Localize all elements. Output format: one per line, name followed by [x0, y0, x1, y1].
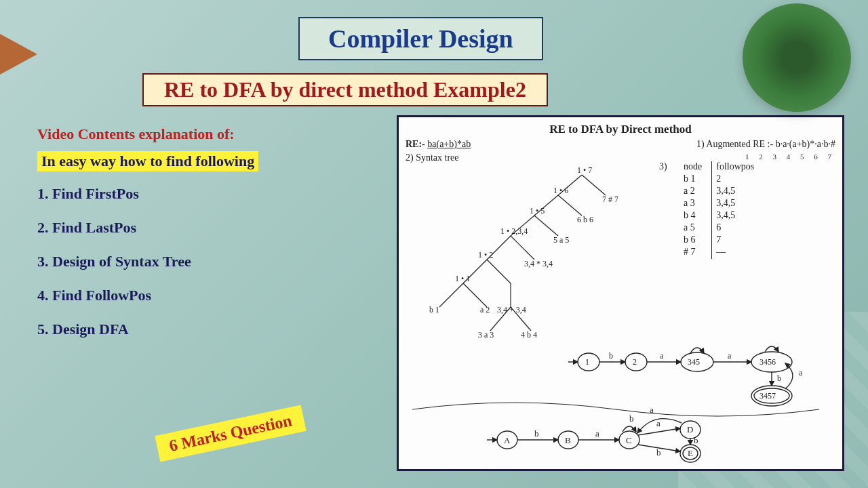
list-item: 3. Design of Syntax Tree — [37, 253, 383, 270]
svg-text:1 • 5: 1 • 5 — [530, 206, 545, 216]
aug-value: b·a·(a+b)*·a·b·# — [776, 139, 835, 149]
step3-label: 3) — [659, 161, 667, 172]
diagram-heading: RE to DFA by Direct method — [406, 123, 835, 136]
svg-text:a 2: a 2 — [480, 305, 490, 314]
svg-text:b: b — [697, 342, 701, 344]
svg-text:7 # 7: 7 # 7 — [602, 195, 618, 204]
title-box: Compiler Design — [298, 17, 543, 60]
content-area: Video Contents explanation of: In easy w… — [37, 125, 383, 354]
step2-label: 2) Syntax tree — [406, 152, 459, 163]
marks-badge: 6 Marks Question — [155, 405, 306, 462]
svg-text:a: a — [772, 342, 776, 344]
svg-text:B: B — [565, 435, 571, 445]
aug-label: 1) Augmented RE :- — [696, 139, 773, 149]
svg-text:b: b — [694, 435, 698, 445]
svg-text:1 • 6: 1 • 6 — [553, 186, 568, 195]
content-heading: Video Contents explanation of: — [37, 125, 383, 143]
svg-text:E: E — [688, 448, 693, 458]
svg-text:C: C — [626, 435, 632, 445]
svg-line-1 — [582, 175, 606, 195]
svg-text:4 b 4: 4 b 4 — [521, 330, 537, 340]
svg-text:1 • 7: 1 • 7 — [577, 165, 592, 175]
svg-text:a: a — [650, 405, 654, 415]
svg-text:1 • 2,3,4: 1 • 2,3,4 — [500, 226, 528, 236]
svg-text:b: b — [609, 351, 613, 361]
svg-line-5 — [534, 216, 558, 236]
svg-line-7 — [511, 236, 534, 260]
svg-text:2: 2 — [633, 357, 637, 367]
svg-line-10 — [439, 283, 463, 307]
svg-text:b: b — [629, 413, 634, 424]
plant-decor — [743, 3, 851, 112]
content-highlight: In easy way how to find following — [37, 151, 258, 171]
re-value: ba(a+b)*ab — [427, 139, 471, 149]
svg-text:a: a — [728, 351, 732, 361]
re-label: RE:- — [406, 139, 425, 149]
svg-text:345: 345 — [688, 357, 700, 367]
svg-text:a: a — [595, 428, 599, 439]
svg-text:1 • 1: 1 • 1 — [455, 274, 470, 283]
re-row: RE:- ba(a+b)*ab 1) Augmented RE :- b·a·(… — [406, 139, 835, 150]
svg-text:b: b — [534, 428, 539, 439]
svg-line-9 — [487, 260, 511, 283]
subtitle-box: RE to DFA by direct method Example2 — [142, 73, 548, 106]
svg-text:b 1: b 1 — [429, 305, 439, 314]
svg-text:3 a 3: 3 a 3 — [478, 330, 494, 340]
arrow-decor — [0, 34, 37, 75]
svg-text:A: A — [504, 435, 511, 445]
svg-text:3,4 + 3,4: 3,4 + 3,4 — [497, 305, 526, 314]
list-item: 2. Find LastPos — [37, 219, 383, 237]
th-followpos: followpos — [712, 161, 764, 174]
svg-text:a: a — [799, 368, 803, 378]
svg-text:b: b — [777, 373, 781, 383]
svg-text:D: D — [687, 424, 693, 434]
svg-text:1 • 2: 1 • 2 — [478, 250, 493, 260]
svg-text:6 b 6: 6 b 6 — [577, 215, 593, 224]
list-item: 4. Find FollowPos — [37, 287, 383, 304]
svg-text:1: 1 — [585, 357, 589, 367]
list-item: 5. Design DFA — [37, 321, 383, 338]
svg-text:b: b — [656, 447, 661, 458]
th-node: node — [679, 161, 712, 174]
svg-text:3456: 3456 — [760, 357, 776, 367]
svg-line-11 — [463, 283, 487, 307]
dfa-area: 1 2 345 3456 3457 ba ab ab a — [406, 342, 826, 464]
svg-text:3,4 * 3,4: 3,4 * 3,4 — [524, 259, 553, 268]
svg-text:a: a — [656, 418, 660, 428]
svg-text:3457: 3457 — [760, 391, 776, 401]
diagram-panel: RE to DFA by Direct method RE:- ba(a+b)*… — [397, 115, 844, 471]
svg-line-62 — [638, 428, 680, 435]
svg-line-3 — [558, 195, 582, 216]
followpos-table: 3) nodefollowpos b 12 a 23,4,5 a 33,4,5 … — [679, 161, 835, 259]
list-item: 1. Find FirstPos — [37, 185, 383, 203]
svg-text:a: a — [660, 351, 664, 361]
svg-text:5 a 5: 5 a 5 — [553, 235, 569, 245]
